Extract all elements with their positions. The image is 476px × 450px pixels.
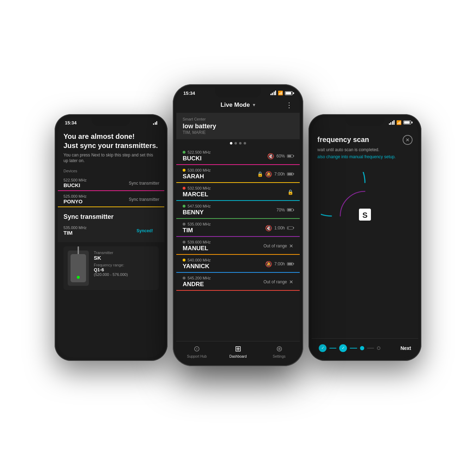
center-time: 15:34 [183, 91, 195, 96]
scene: 15:34 You are almost done!Just sync your… [44, 31, 432, 419]
smart-center-sub: TIM, MARIE [183, 130, 293, 135]
status-marcel: 🔒 [287, 189, 293, 195]
progress-line-3 [367, 348, 374, 349]
freq-scan-title: frequency scan [312, 130, 418, 147]
status-benny: 70% [276, 208, 293, 212]
table-row[interactable]: 532.500 MHz MARCEL 🔒 [176, 183, 300, 201]
left-signal-icon [153, 121, 157, 125]
nav-label-support: Support Hub [187, 355, 207, 358]
table-row[interactable]: 535.000 MHz TIM 🔇 1:00h [176, 219, 300, 237]
sync-transmitter-btn-ponyo[interactable]: Sync transmitter [129, 197, 159, 202]
battery-sarah [287, 172, 293, 175]
right-screen: 📶 ✕ frequency scan wait until auto scan … [312, 117, 418, 358]
smart-center-label: Smart Center [183, 117, 293, 121]
nav-dashboard[interactable]: ⊞ Dashboard [218, 344, 259, 358]
list-item: 525.000 MHz PONYO Sync transmitter [58, 191, 164, 208]
status-dot-green [183, 205, 185, 208]
progress-step-4 [377, 346, 380, 350]
phone-left-inner: 15:34 You are almost done!Just sync your… [58, 117, 164, 358]
app-header: Live Mode ▼ ⋮ [176, 97, 300, 113]
antenna-icon [78, 246, 79, 255]
status-dot-gray [183, 223, 185, 226]
phone-right: 📶 ✕ frequency scan wait until auto scan … [309, 114, 421, 361]
status-manuel: Out of range ✕ [263, 243, 293, 249]
nav-label-settings: Settings [273, 355, 286, 358]
devices-label: Devices [58, 169, 164, 175]
progress-step-1: ✓ [319, 344, 327, 352]
close-icon: ✕ [405, 137, 410, 143]
table-row[interactable]: 522.500 MHz BUCKI 🔇 60% [176, 147, 300, 165]
table-row[interactable]: 547.500 MHz BENNY 70% [176, 201, 300, 219]
sync-section: Sync transmitter 535.000 MHz TIM Synced! [58, 208, 164, 242]
progress-step-2: ✓ [339, 344, 347, 352]
dashboard-icon: ⊞ [235, 344, 241, 353]
transmitter-image [68, 251, 89, 286]
battery-benny [287, 208, 293, 211]
transmitter-info: Transmitter SK Frequency range: Q1-6 (52… [94, 251, 128, 286]
battery-icon [285, 91, 293, 95]
left-subtitle: You can press Next to skip this step and… [58, 152, 164, 169]
app-title: Live Mode ▼ [220, 101, 256, 109]
sennheiser-logo: S [356, 206, 374, 226]
dropdown-arrow-icon[interactable]: ▼ [252, 103, 256, 107]
range-label: Frequency range: [94, 263, 128, 267]
center-notch [215, 88, 261, 98]
left-time: 15:34 [65, 120, 77, 125]
settings-icon: ⊛ [276, 344, 282, 353]
scan-visual: S [321, 172, 409, 260]
nav-settings[interactable]: ⊛ Settings [258, 344, 300, 358]
transmitter-label: Transmitter [94, 251, 128, 255]
left-screen: 15:34 You are almost done!Just sync your… [58, 117, 164, 358]
sync-title: Sync transmitter [63, 213, 159, 221]
bluetooth-x-icon: ✕ [289, 243, 293, 249]
left-notch [92, 117, 130, 126]
status-dot-gray [183, 241, 185, 244]
status-bucki: 🔇 60% [267, 153, 293, 159]
mute-icon: 🔕 [265, 171, 272, 177]
progress-step-3 [360, 346, 364, 350]
left-title: You are almost done!Just sync your trans… [58, 127, 164, 152]
progress-row: ✓ ✓ Next [312, 338, 418, 358]
right-signal-icon [389, 121, 395, 125]
name-marcel: MARCEL [183, 191, 293, 198]
right-wifi-icon: 📶 [396, 120, 402, 125]
svg-text:S: S [362, 211, 368, 220]
freq-scan-link[interactable]: also change into manual frequency setup. [312, 154, 418, 165]
bluetooth-x-icon: ✕ [289, 279, 293, 285]
phone-left: 15:34 You are almost done!Just sync your… [55, 114, 167, 361]
range-value: Q1-6 [94, 267, 128, 272]
status-tim: 🔇 1:00h [265, 224, 293, 231]
close-button[interactable]: ✕ [403, 135, 413, 145]
table-row[interactable]: 545.200 MHz ANDRE Out of range ✕ [176, 273, 300, 291]
smart-center-title: low battery [183, 123, 293, 130]
phone-center: 15:34 📶 [173, 84, 303, 366]
center-status-icons: 📶 [270, 91, 293, 95]
status-andre: Out of range ✕ [263, 279, 293, 285]
freq-scan-subtitle: wait until auto scan is completed. [312, 147, 418, 154]
support-hub-icon: ⊙ [194, 344, 200, 353]
right-battery-icon [403, 121, 411, 124]
next-button[interactable]: Next [401, 345, 411, 351]
more-options-icon[interactable]: ⋮ [286, 101, 293, 109]
status-yannick: 🔕 7:00h [265, 260, 293, 267]
nav-support-hub[interactable]: ⊙ Support Hub [176, 344, 218, 358]
table-row[interactable]: 539.600 MHz MANUEL Out of range ✕ [176, 237, 300, 255]
transmitter-model: SK [94, 255, 128, 261]
status-dot-red [183, 187, 185, 190]
freq-scan-content: frequency scan wait until auto scan is c… [312, 127, 418, 165]
mute-icon: 🔇 [267, 153, 274, 159]
wifi-icon: 📶 [278, 91, 283, 95]
nav-label-dashboard: Dashboard [230, 355, 247, 358]
list-item: 522.500 MHz BUCKI Sync transmitter [58, 175, 164, 191]
sk-body [71, 254, 86, 282]
battery-bucki [287, 154, 293, 158]
sync-transmitter-btn-bucki[interactable]: Sync transmitter [129, 181, 159, 186]
status-dot-green [183, 151, 185, 154]
phone-center-inner: 15:34 📶 [176, 88, 300, 363]
table-row[interactable]: 530.000 MHz SARAH 🔒 🔕 7:00h [176, 165, 300, 183]
device-list: 522.500 MHz BUCKI 🔇 60% [176, 147, 300, 291]
right-status-icons: 📶 [389, 120, 411, 125]
table-row[interactable]: 540.000 MHz YANNICK 🔕 7:00h [176, 255, 300, 273]
mute-icon: 🔇 [265, 224, 272, 231]
center-screen: 15:34 📶 [176, 88, 300, 363]
